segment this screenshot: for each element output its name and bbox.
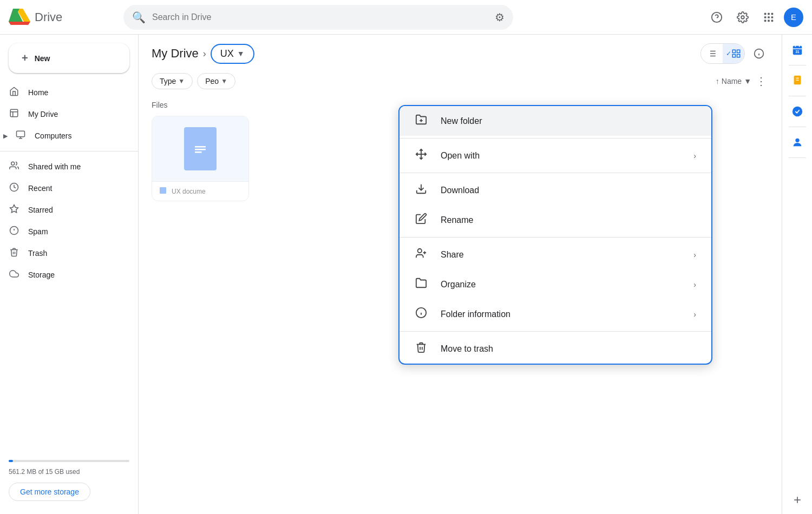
apps-button[interactable] [758,6,780,28]
help-button[interactable] [706,6,728,28]
share-arrow-icon: › [693,251,696,259]
file-card[interactable]: UX docume [152,116,249,201]
menu-item-download[interactable]: Download [400,175,711,205]
context-menu: New folder Open with › Download [398,105,712,365]
svg-rect-14 [764,16,767,18]
settings-button[interactable] [732,6,754,28]
svg-rect-23 [17,131,25,137]
svg-point-26 [11,162,15,165]
sidebar-item-recent[interactable]: Recent [0,177,129,199]
menu-item-rename[interactable]: Rename [400,205,711,235]
spam-icon [9,226,19,238]
svg-rect-16 [771,16,774,18]
help-icon [711,11,723,23]
menu-item-share[interactable]: Share › [400,240,711,269]
sidebar-item-starred[interactable]: Starred [0,199,129,221]
menu-divider-4 [400,331,711,332]
sidebar-item-home[interactable]: Home [0,82,129,103]
sort-area: ↑ Name ▼ ⋮ [716,73,769,90]
expand-icon: ▶ [3,133,8,140]
new-button[interactable]: + New [9,43,129,73]
type-filter-chip[interactable]: Type ▼ [152,73,193,89]
storage-bar-fill [9,460,13,462]
right-icon-keep[interactable] [787,70,808,91]
open-with-icon [415,148,428,163]
shared-icon [9,161,19,173]
sidebar: + New Home My Drive ▶ Compute [0,35,139,514]
storage-bar-bg [9,460,129,462]
add-apps-button[interactable] [788,490,807,510]
more-options-button[interactable]: ⋮ [754,73,769,90]
svg-rect-15 [768,16,770,18]
right-icon-contacts[interactable] [787,131,808,153]
grid-view-button[interactable]: ✓ [723,44,744,63]
storage-section: 561.2 MB of 15 GB used Get more storage [0,447,138,510]
list-view-button[interactable] [701,44,723,63]
app-title: Drive [35,10,62,24]
svg-rect-17 [764,19,767,22]
logo-area: Drive [9,6,117,28]
search-icon: 🔍 [132,11,146,24]
type-filter-arrow-icon: ▼ [178,77,185,85]
menu-item-open-with[interactable]: Open with › [400,141,711,170]
grid-icon [731,49,741,58]
menu-divider-2 [400,173,711,173]
list-icon [707,49,717,58]
drive-icon [9,108,19,121]
svg-rect-40 [737,55,740,57]
svg-point-10 [741,16,744,19]
info-icon [754,48,764,59]
sidebar-item-trash[interactable]: Trash [0,242,129,264]
main-layout: + New Home My Drive ▶ Compute [0,35,812,514]
right-separator-4 [789,157,806,158]
menu-item-folder-info[interactable]: Folder information › [400,299,711,329]
add-icon [792,495,803,505]
toolbar-row: Type ▼ Peo ▼ ↑ Name ▼ ⋮ [152,73,769,90]
svg-marker-7 [9,22,30,25]
recent-icon [9,182,19,195]
view-toggle-group: ✓ [700,43,745,64]
open-with-arrow-icon: › [693,151,696,160]
settings-icon [737,11,749,23]
organize-icon [415,277,428,292]
breadcrumb: My Drive › UX ▼ ✓ [152,43,769,64]
search-filter-icon[interactable]: ⚙ [495,11,505,24]
sidebar-item-my-drive[interactable]: My Drive [0,103,129,125]
trash-nav-icon [9,247,19,260]
file-name: UX docume [172,188,206,195]
svg-point-69 [795,139,799,142]
breadcrumb-separator: › [203,48,206,60]
home-icon [9,87,19,99]
sort-arrow-up-icon: ↑ [716,77,719,85]
calendar-icon: 31 [791,44,803,56]
get-storage-button[interactable]: Get more storage [9,483,90,501]
search-bar[interactable]: 🔍 ⚙ [123,5,513,30]
file-card-preview [152,116,248,181]
avatar[interactable]: E [784,8,803,27]
sidebar-item-spam[interactable]: Spam [0,221,129,242]
search-input[interactable] [152,12,488,22]
breadcrumb-parent[interactable]: My Drive [152,47,199,61]
people-filter-chip[interactable]: Peo ▼ [197,73,235,89]
sidebar-divider-1 [0,151,138,151]
sidebar-item-computers[interactable]: ▶ Computers [0,125,129,147]
file-card-info: UX docume [152,181,248,201]
svg-point-54 [418,249,422,253]
computer-icon [15,130,26,142]
share-icon [415,247,428,262]
content-area: My Drive › UX ▼ ✓ [139,35,782,514]
menu-item-organize[interactable]: Organize › [400,269,711,299]
sidebar-item-shared[interactable]: Shared with me [0,156,129,177]
breadcrumb-current[interactable]: UX ▼ [211,44,254,64]
svg-rect-11 [764,12,767,15]
svg-rect-13 [771,12,774,15]
sidebar-item-storage[interactable]: Storage [0,264,129,286]
right-icon-tasks[interactable] [787,101,808,122]
info-button[interactable] [749,44,769,63]
header-actions: E [706,6,803,28]
file-type-icon [159,186,167,196]
svg-rect-41 [732,55,735,57]
right-icon-calendar[interactable]: 31 [787,39,808,61]
menu-item-new-folder[interactable]: New folder [400,106,711,136]
menu-item-move-to-trash[interactable]: Move to trash [400,334,711,364]
